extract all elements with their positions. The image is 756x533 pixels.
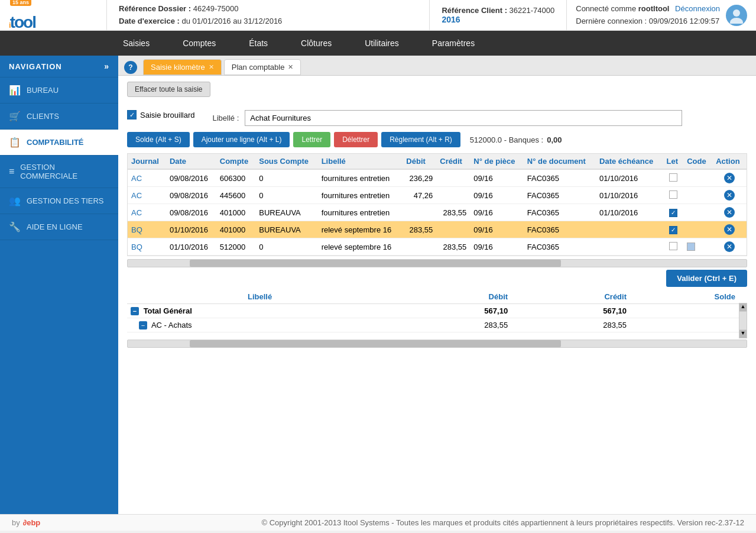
date-value: du 01/01/2016 au 31/12/2016 [181,17,282,25]
let-checkbox[interactable]: ✓ [669,226,677,234]
sidebar-item-gestion-tiers[interactable]: 👥 GESTION DES TIERS [0,188,118,214]
lettrer-button[interactable]: Lettrer [293,132,330,147]
valider-button[interactable]: Valider (Ctrl + E) [666,270,747,287]
sidebar-item-bureau[interactable]: 📊 BUREAU [0,77,118,104]
cell-action[interactable]: ✕ [712,169,747,187]
nav-saisies[interactable]: Saisies [106,31,166,56]
summary-total-label: Total Général [144,306,192,315]
summary-col-credit: Crédit [511,290,630,304]
total-expand-icon[interactable]: − [131,307,139,315]
col-num-doc: N° de document [524,154,596,169]
tab-plan-comptable-close[interactable]: ✕ [288,63,293,71]
cell-let[interactable] [663,187,684,204]
horizontal-scrollbar[interactable] [127,259,747,267]
sidebar: NAVIGATION » 📊 BUREAU 🛒 CLIENTS 📋 COMPTA… [0,56,118,514]
tab-plan-comptable[interactable]: Plan comptable ✕ [224,59,301,75]
sidebar-collapse-icon[interactable]: » [104,62,109,71]
summary-sub-solde [630,318,739,332]
cell-credit [436,169,470,187]
nav-clotures[interactable]: Clôtures [284,31,348,56]
tab-saisie-km[interactable]: Saisie kilomètre ✕ [143,59,222,75]
summary-total-debit: 567,10 [392,304,511,318]
footer: by ∂ebp © Copyright 2001-2013 Itool Syst… [0,514,756,531]
navbar: Saisies Comptes États Clôtures Utilitair… [0,31,756,56]
cell-credit [436,221,470,238]
cell-let[interactable] [663,169,684,187]
deconnexion-link[interactable]: Déconnexion [675,4,720,13]
cell-code [683,238,712,256]
sidebar-item-clients[interactable]: 🛒 CLIENTS [0,104,118,130]
cell-let[interactable] [663,238,684,256]
cell-let[interactable]: ✓ [663,221,684,238]
cell-action[interactable]: ✕ [712,238,747,256]
delete-row-button[interactable]: ✕ [724,224,735,235]
scroll-down-button[interactable]: ▼ [739,330,747,338]
data-table-container[interactable]: Journal Date Compte Sous Compte Libellé … [127,153,747,256]
nav-comptes[interactable]: Comptes [166,31,232,56]
cell-action[interactable]: ✕ [712,187,747,204]
let-checkbox[interactable] [669,242,677,250]
cell-debit: 283,55 [403,221,436,238]
cell-sous-compte: 0 [255,169,317,187]
cell-journal: AC [128,204,166,221]
col-libelle: Libellé [318,154,403,169]
delete-row-button[interactable]: ✕ [724,241,735,252]
cell-compte: 445600 [216,187,255,204]
reglement-button[interactable]: Règlement (Alt + R) [381,132,460,147]
col-action: Action [712,154,747,169]
effacer-button[interactable]: Effacer toute la saisie [127,82,210,97]
delete-row-button[interactable]: ✕ [724,173,735,183]
nav-parametres[interactable]: Paramètres [416,31,491,56]
let-checkbox[interactable]: ✓ [669,209,677,217]
nav-utilitaires[interactable]: Utilitaires [348,31,416,56]
cell-let[interactable]: ✓ [663,204,684,221]
sidebar-header: NAVIGATION » [0,56,118,77]
vertical-scrollbar[interactable]: ▲ ▼ [739,303,747,338]
col-compte: Compte [216,154,255,169]
brouillard-checkbox[interactable]: ✓ [127,110,137,119]
solde-button[interactable]: Solde (Alt + S) [127,132,190,147]
cell-credit: 283,55 [436,238,470,256]
cell-compte: 401000 [216,221,255,238]
cell-compte: 606300 [216,169,255,187]
let-checkbox[interactable] [669,173,677,182]
scroll-up-button[interactable]: ▲ [739,303,747,312]
delete-row-button[interactable]: ✕ [724,207,735,218]
logo-itool: itool [9,13,35,32]
libelle-input[interactable] [245,110,682,126]
cell-code [683,221,712,238]
let-checkbox[interactable] [669,190,677,199]
bottom-horizontal-scrollbar[interactable] [127,340,747,348]
nav-etats[interactable]: États [232,31,284,56]
tab-saisie-km-close[interactable]: ✕ [209,63,214,71]
cell-libelle: fournitures entretien [318,187,403,204]
cell-action[interactable]: ✕ [712,204,747,221]
sidebar-item-gestion-commerciale[interactable]: ≡ GESTION COMMERCIALE [0,156,118,188]
cell-debit: 236,29 [403,169,436,187]
by-label: by [12,518,20,527]
summary-col-debit: Débit [392,290,511,304]
sidebar-item-aide[interactable]: 🔧 AIDE EN LIGNE [0,214,118,240]
main-layout: NAVIGATION » 📊 BUREAU 🛒 CLIENTS 📋 COMPTA… [0,56,756,514]
summary-col-libelle: Libellé [127,290,392,304]
sub-expand-icon[interactable]: − [139,321,147,330]
table-row: AC 09/08/2016 401000 BUREAUVA fourniture… [128,204,747,221]
cell-journal: AC [128,169,166,187]
col-credit: Crédit [436,154,470,169]
sidebar-label-comptabilite: COMPTABILITÉ [27,138,84,147]
ajouter-ligne-button[interactable]: Ajouter une ligne (Alt + L) [193,132,290,147]
cell-debit [403,238,436,256]
cell-action[interactable]: ✕ [712,221,747,238]
table-row: AC 09/08/2016 606300 0 fournitures entre… [128,169,747,187]
help-button[interactable]: ? [124,61,137,74]
delettrer-button[interactable]: Délettrer [334,132,378,147]
footer-logo: by ∂ebp [12,518,40,527]
cell-date-echeance: 01/10/2016 [596,204,663,221]
cell-libelle: relevé septembre 16 [318,221,403,238]
copyright: © Copyright 2001-2013 Itool Systems - To… [262,518,744,527]
sidebar-item-comptabilite[interactable]: 📋 COMPTABILITÉ [0,130,118,156]
delete-row-button[interactable]: ✕ [724,190,735,201]
col-debit: Débit [403,154,436,169]
cell-date: 09/08/2016 [166,169,216,187]
sidebar-label-gestion-commerciale: GESTION COMMERCIALE [20,163,109,180]
